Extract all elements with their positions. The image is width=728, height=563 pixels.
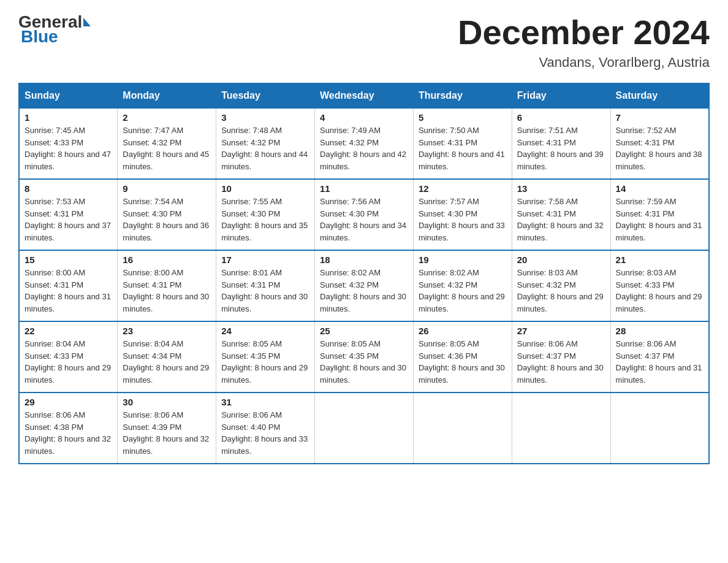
day-info: Sunrise: 8:05 AM Sunset: 4:35 PM Dayligh…: [320, 338, 408, 386]
sunset-label: Sunset: 4:32 PM: [123, 138, 181, 147]
day-number: 31: [221, 397, 309, 407]
daylight-label: Daylight: 8 hours and 33 minutes.: [419, 221, 505, 242]
day-info: Sunrise: 7:47 AM Sunset: 4:32 PM Dayligh…: [123, 124, 211, 172]
sunrise-label: Sunrise: 7:45 AM: [25, 126, 85, 135]
day-info: Sunrise: 8:00 AM Sunset: 4:31 PM Dayligh…: [25, 267, 112, 315]
day-info: Sunrise: 8:03 AM Sunset: 4:32 PM Dayligh…: [517, 267, 605, 315]
day-info: Sunrise: 8:04 AM Sunset: 4:34 PM Dayligh…: [123, 338, 211, 386]
calendar-cell: [512, 393, 610, 464]
day-number: 21: [616, 255, 703, 265]
sunrise-label: Sunrise: 7:50 AM: [419, 126, 479, 135]
calendar-cell: 2 Sunrise: 7:47 AM Sunset: 4:32 PM Dayli…: [118, 108, 216, 179]
sunset-label: Sunset: 4:33 PM: [616, 280, 675, 289]
day-number: 12: [419, 183, 507, 194]
day-number: 26: [419, 326, 507, 336]
day-number: 15: [25, 255, 112, 265]
calendar-cell: 28 Sunrise: 8:06 AM Sunset: 4:37 PM Dayl…: [610, 321, 709, 393]
day-number: 14: [616, 183, 703, 194]
day-number: 19: [419, 255, 507, 265]
day-number: 6: [517, 112, 605, 123]
sunrise-label: Sunrise: 8:05 AM: [419, 339, 479, 348]
sunset-label: Sunset: 4:32 PM: [517, 280, 576, 289]
sunrise-label: Sunrise: 8:00 AM: [123, 268, 183, 277]
calendar-cell: 29 Sunrise: 8:06 AM Sunset: 4:38 PM Dayl…: [19, 393, 118, 464]
sunset-label: Sunset: 4:35 PM: [320, 351, 379, 361]
col-wednesday: Wednesday: [315, 83, 414, 108]
sunset-label: Sunset: 4:35 PM: [221, 351, 280, 361]
sunset-label: Sunset: 4:31 PM: [616, 209, 675, 218]
calendar-cell: 23 Sunrise: 8:04 AM Sunset: 4:34 PM Dayl…: [118, 321, 216, 393]
sunrise-label: Sunrise: 7:48 AM: [221, 126, 282, 135]
calendar-week-2: 8 Sunrise: 7:53 AM Sunset: 4:31 PM Dayli…: [19, 179, 709, 250]
day-info: Sunrise: 7:48 AM Sunset: 4:32 PM Dayligh…: [221, 124, 309, 172]
daylight-label: Daylight: 8 hours and 33 minutes.: [221, 434, 308, 456]
day-info: Sunrise: 7:53 AM Sunset: 4:31 PM Dayligh…: [25, 196, 112, 243]
sunrise-label: Sunrise: 7:57 AM: [419, 197, 479, 206]
sunset-label: Sunset: 4:32 PM: [221, 138, 280, 147]
day-number: 7: [616, 112, 703, 123]
sunset-label: Sunset: 4:39 PM: [123, 423, 181, 432]
sunset-label: Sunset: 4:30 PM: [221, 209, 280, 218]
day-info: Sunrise: 7:51 AM Sunset: 4:31 PM Dayligh…: [517, 124, 605, 172]
logo-triangle-icon: [83, 18, 91, 26]
day-number: 28: [616, 326, 703, 336]
calendar-cell: 31 Sunrise: 8:06 AM Sunset: 4:40 PM Dayl…: [216, 393, 315, 464]
sunset-label: Sunset: 4:34 PM: [123, 351, 181, 361]
sunset-label: Sunset: 4:31 PM: [25, 280, 83, 289]
sunrise-label: Sunrise: 8:05 AM: [221, 339, 282, 348]
sunrise-label: Sunrise: 8:03 AM: [616, 268, 677, 277]
sunrise-label: Sunrise: 7:47 AM: [123, 126, 183, 135]
day-number: 4: [320, 112, 408, 123]
calendar-cell: 15 Sunrise: 8:00 AM Sunset: 4:31 PM Dayl…: [19, 250, 118, 321]
calendar-cell: 26 Sunrise: 8:05 AM Sunset: 4:36 PM Dayl…: [413, 321, 512, 393]
day-info: Sunrise: 7:50 AM Sunset: 4:31 PM Dayligh…: [419, 124, 507, 172]
sunrise-label: Sunrise: 7:55 AM: [221, 197, 282, 206]
calendar-cell: 6 Sunrise: 7:51 AM Sunset: 4:31 PM Dayli…: [512, 108, 610, 179]
calendar-cell: 13 Sunrise: 7:58 AM Sunset: 4:31 PM Dayl…: [512, 179, 610, 250]
daylight-label: Daylight: 8 hours and 31 minutes.: [616, 363, 702, 385]
sunrise-label: Sunrise: 8:02 AM: [419, 268, 479, 277]
sunrise-label: Sunrise: 7:59 AM: [616, 197, 677, 206]
sunset-label: Sunset: 4:32 PM: [320, 138, 379, 147]
day-info: Sunrise: 8:02 AM Sunset: 4:32 PM Dayligh…: [419, 267, 507, 315]
calendar-cell: 12 Sunrise: 7:57 AM Sunset: 4:30 PM Dayl…: [413, 179, 512, 250]
day-info: Sunrise: 8:03 AM Sunset: 4:33 PM Dayligh…: [616, 267, 703, 315]
col-friday: Friday: [512, 83, 610, 108]
sunset-label: Sunset: 4:40 PM: [221, 423, 280, 432]
day-number: 13: [517, 183, 605, 194]
day-number: 3: [221, 112, 309, 123]
day-number: 27: [517, 326, 605, 336]
day-number: 10: [221, 183, 309, 194]
day-info: Sunrise: 7:54 AM Sunset: 4:30 PM Dayligh…: [123, 196, 211, 243]
day-number: 29: [25, 397, 112, 407]
day-number: 17: [221, 255, 309, 265]
logo-blue-text: Blue: [18, 27, 58, 47]
calendar-cell: 8 Sunrise: 7:53 AM Sunset: 4:31 PM Dayli…: [19, 179, 118, 250]
daylight-label: Daylight: 8 hours and 41 minutes.: [419, 150, 505, 171]
daylight-label: Daylight: 8 hours and 29 minutes.: [616, 292, 702, 313]
day-info: Sunrise: 7:58 AM Sunset: 4:31 PM Dayligh…: [517, 196, 605, 243]
daylight-label: Daylight: 8 hours and 35 minutes.: [221, 221, 308, 242]
calendar-cell: 5 Sunrise: 7:50 AM Sunset: 4:31 PM Dayli…: [413, 108, 512, 179]
calendar-cell: 22 Sunrise: 8:04 AM Sunset: 4:33 PM Dayl…: [19, 321, 118, 393]
daylight-label: Daylight: 8 hours and 32 minutes.: [517, 221, 604, 242]
sunset-label: Sunset: 4:31 PM: [517, 209, 576, 218]
sunrise-label: Sunrise: 8:03 AM: [517, 268, 578, 277]
sunset-label: Sunset: 4:31 PM: [123, 280, 181, 289]
calendar-cell: 21 Sunrise: 8:03 AM Sunset: 4:33 PM Dayl…: [610, 250, 709, 321]
title-area: December 2024 Vandans, Vorarlberg, Austr…: [458, 12, 710, 71]
daylight-label: Daylight: 8 hours and 29 minutes.: [25, 363, 111, 385]
logo: General Blue: [18, 12, 92, 47]
sunrise-label: Sunrise: 7:52 AM: [616, 126, 677, 135]
col-thursday: Thursday: [413, 83, 512, 108]
calendar-week-5: 29 Sunrise: 8:06 AM Sunset: 4:38 PM Dayl…: [19, 393, 709, 464]
day-info: Sunrise: 7:57 AM Sunset: 4:30 PM Dayligh…: [419, 196, 507, 243]
calendar-cell: 30 Sunrise: 8:06 AM Sunset: 4:39 PM Dayl…: [118, 393, 216, 464]
col-tuesday: Tuesday: [216, 83, 315, 108]
day-number: 30: [123, 397, 211, 407]
calendar-cell: 20 Sunrise: 8:03 AM Sunset: 4:32 PM Dayl…: [512, 250, 610, 321]
daylight-label: Daylight: 8 hours and 30 minutes.: [320, 292, 406, 313]
sunrise-label: Sunrise: 7:49 AM: [320, 126, 381, 135]
calendar-cell: 11 Sunrise: 7:56 AM Sunset: 4:30 PM Dayl…: [315, 179, 414, 250]
page-header: General Blue December 2024 Vandans, Vora…: [18, 12, 710, 71]
